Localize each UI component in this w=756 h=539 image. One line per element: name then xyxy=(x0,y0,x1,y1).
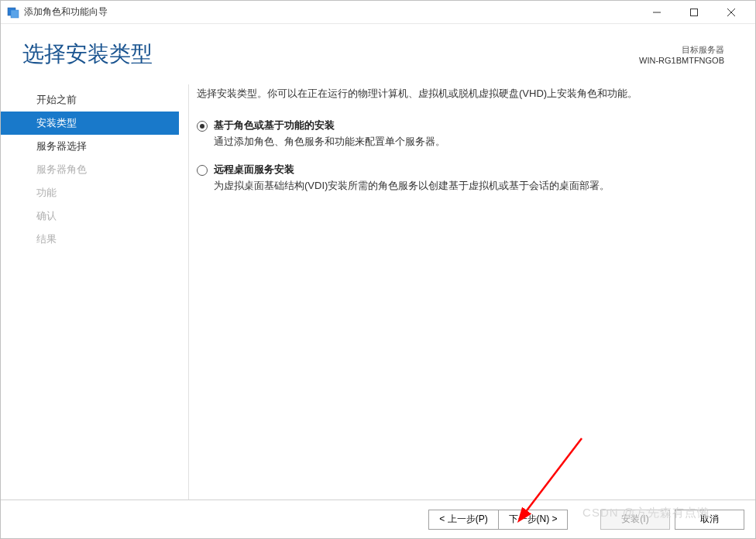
nav-button-pair: < 上一步(P) 下一步(N) > xyxy=(428,510,568,530)
close-icon xyxy=(727,9,735,16)
sidebar-item-confirm: 确认 xyxy=(1,204,179,228)
server-info-name: WIN-RG1BMTFNGOB xyxy=(639,56,724,65)
main-content: 选择安装类型。你可以在正在运行的物理计算机、虚拟机或脱机虚拟硬盘(VHD)上安装… xyxy=(188,84,755,500)
sidebar-item-install-type[interactable]: 安装类型 xyxy=(1,112,179,135)
maximize-icon xyxy=(690,9,698,16)
sidebar-item-features: 功能 xyxy=(1,181,179,204)
sidebar: 开始之前 安装类型 服务器选择 服务器角色 功能 确认 结果 xyxy=(1,84,179,500)
minimize-button[interactable] xyxy=(639,2,675,23)
sidebar-item-before-begin[interactable]: 开始之前 xyxy=(1,88,179,112)
install-button: 安装(I) xyxy=(600,510,670,530)
radio-content: 基于角色或基于功能的安装 通过添加角色、角色服务和功能来配置单个服务器。 xyxy=(214,118,724,149)
window-title: 添加角色和功能向导 xyxy=(24,5,639,19)
server-info: 目标服务器 WIN-RG1BMTFNGOB xyxy=(639,39,724,65)
radio-button-remote-desktop[interactable] xyxy=(197,165,208,176)
radio-button-role-based[interactable] xyxy=(197,121,208,132)
cancel-button[interactable]: 取消 xyxy=(675,510,744,530)
close-button[interactable] xyxy=(713,2,749,23)
radio-title: 远程桌面服务安装 xyxy=(214,163,724,177)
wizard-window: 添加角色和功能向导 选择安装类型 目标服务器 WIN-RG1BMTFNGOB xyxy=(0,0,756,539)
sidebar-item-server-select[interactable]: 服务器选择 xyxy=(1,135,179,158)
radio-option-role-based[interactable]: 基于角色或基于功能的安装 通过添加角色、角色服务和功能来配置单个服务器。 xyxy=(197,118,724,149)
radio-content: 远程桌面服务安装 为虚拟桌面基础结构(VDI)安装所需的角色服务以创建基于虚拟机… xyxy=(214,163,724,194)
content-area: 选择安装类型 目标服务器 WIN-RG1BMTFNGOB 开始之前 安装类型 服… xyxy=(1,24,755,538)
sidebar-item-results: 结果 xyxy=(1,228,179,251)
minimize-icon xyxy=(653,9,661,16)
page-title: 选择安装类型 xyxy=(22,39,153,69)
header-section: 选择安装类型 目标服务器 WIN-RG1BMTFNGOB xyxy=(1,24,755,77)
svg-rect-1 xyxy=(11,10,19,18)
titlebar-controls xyxy=(639,2,749,23)
titlebar: 添加角色和功能向导 xyxy=(1,1,755,24)
intro-text: 选择安装类型。你可以在正在运行的物理计算机、虚拟机或脱机虚拟硬盘(VHD)上安装… xyxy=(197,86,724,101)
footer-bar: < 上一步(P) 下一步(N) > 安装(I) 取消 xyxy=(1,500,755,538)
radio-title: 基于角色或基于功能的安装 xyxy=(214,118,724,132)
svg-rect-3 xyxy=(691,9,698,15)
next-button[interactable]: 下一步(N) > xyxy=(498,510,568,530)
server-info-label: 目标服务器 xyxy=(639,44,724,56)
radio-option-remote-desktop[interactable]: 远程桌面服务安装 为虚拟桌面基础结构(VDI)安装所需的角色服务以创建基于虚拟机… xyxy=(197,163,724,194)
previous-button[interactable]: < 上一步(P) xyxy=(428,510,498,530)
maximize-button[interactable] xyxy=(676,2,712,23)
main-body: 开始之前 安装类型 服务器选择 服务器角色 功能 确认 结果 选择安装类型。你可… xyxy=(1,77,755,500)
radio-desc: 为虚拟桌面基础结构(VDI)安装所需的角色服务以创建基于虚拟机或基于会话的桌面部… xyxy=(214,178,724,194)
app-icon xyxy=(7,6,19,19)
sidebar-item-server-roles: 服务器角色 xyxy=(1,158,179,181)
radio-desc: 通过添加角色、角色服务和功能来配置单个服务器。 xyxy=(214,134,724,149)
